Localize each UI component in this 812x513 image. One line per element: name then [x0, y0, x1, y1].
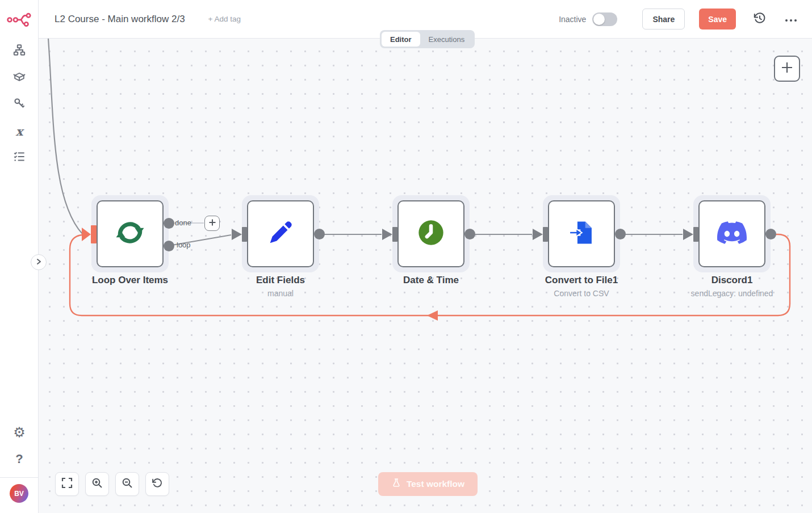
pencil-icon: [266, 218, 295, 249]
input-port[interactable]: [392, 227, 397, 242]
input-port[interactable]: [91, 225, 97, 243]
active-status-label: Inactive: [559, 15, 586, 24]
save-button[interactable]: Save: [699, 9, 736, 30]
ellipsis-icon: [785, 14, 797, 24]
key-icon: [13, 97, 26, 112]
input-port[interactable]: [693, 227, 698, 242]
zoom-out-icon: [122, 477, 133, 491]
output-label-done: done: [175, 218, 191, 227]
node-convert-to-file[interactable]: [543, 195, 620, 272]
canvas-zoom-controls: [55, 472, 169, 496]
workflow-history-button[interactable]: [752, 12, 767, 27]
tab-executions[interactable]: Executions: [420, 32, 474, 47]
zoom-to-fit-button[interactable]: [55, 472, 79, 496]
output-port-loop[interactable]: [164, 241, 174, 251]
output-port[interactable]: [615, 229, 626, 239]
loop-icon: [115, 218, 145, 250]
node-box: [698, 200, 765, 267]
tab-editor[interactable]: Editor: [382, 32, 420, 47]
test-workflow-label: Test workflow: [407, 479, 464, 489]
flask-icon: [391, 478, 401, 490]
more-options-button[interactable]: [784, 12, 798, 27]
sidebar-divider: [0, 477, 38, 478]
toggle-knob: [593, 14, 605, 25]
output-port[interactable]: [765, 229, 776, 239]
n8n-logo[interactable]: [6, 9, 32, 28]
test-workflow-button[interactable]: Test workflow: [378, 472, 478, 496]
zoom-in-icon: [91, 477, 103, 491]
clock-icon: [416, 218, 446, 250]
checklist-icon: [13, 150, 26, 165]
file-import-icon: [567, 218, 596, 249]
node-date-time[interactable]: [392, 195, 470, 272]
input-port[interactable]: [543, 227, 548, 242]
input-arrowhead: [533, 229, 543, 240]
workflows-sitemap-icon: [13, 44, 26, 58]
sidebar-item-variables[interactable]: x: [0, 121, 39, 141]
node-edit-fields[interactable]: [242, 195, 319, 272]
node-discord[interactable]: [693, 195, 771, 272]
share-button[interactable]: Share: [642, 9, 685, 30]
node-box: [397, 200, 464, 267]
node-label-edit-fields: Edit Fields manual: [212, 275, 349, 298]
input-arrowhead: [683, 229, 693, 240]
sidebar-item-executions[interactable]: [0, 148, 39, 168]
node-label-date-time: Date & Time: [363, 275, 499, 286]
plus-icon: [781, 61, 793, 76]
variables-x-icon: x: [16, 124, 23, 138]
add-tag-button[interactable]: + Add tag: [208, 15, 241, 23]
node-label-loop-over-items: Loop Over Items: [62, 275, 198, 286]
output-port[interactable]: [314, 229, 325, 239]
active-toggle[interactable]: [592, 12, 617, 26]
output-label-loop: loop: [177, 241, 191, 249]
sidebar-item-workflows[interactable]: [0, 41, 39, 61]
editor-executions-tabs: Editor Executions: [380, 30, 475, 48]
plus-icon: [208, 218, 216, 229]
zoom-in-button[interactable]: [85, 472, 109, 496]
input-port[interactable]: [242, 227, 247, 242]
node-box: [247, 200, 314, 267]
workflow-canvas[interactable]: Loop Over Items Edit Fields manual Date …: [39, 39, 812, 513]
node-label-discord: Discord1 sendLegacy: undefined: [664, 275, 800, 298]
chevron-right-icon: [36, 257, 41, 267]
sidebar-item-templates[interactable]: [0, 68, 39, 88]
expand-sidebar-button[interactable]: [31, 254, 47, 270]
fit-view-icon: [61, 477, 73, 491]
history-icon: [753, 11, 767, 27]
reset-zoom-button[interactable]: [145, 472, 169, 496]
sidebar-item-help[interactable]: ?: [0, 449, 39, 469]
connection-incoming-to-loop[interactable]: [48, 39, 82, 234]
help-icon: ?: [15, 452, 23, 466]
input-arrowhead: [232, 229, 242, 240]
loopback-arrowhead: [427, 310, 438, 321]
add-node-button[interactable]: [774, 56, 800, 82]
node-loop-over-items[interactable]: [91, 195, 169, 272]
user-avatar[interactable]: BV: [10, 484, 28, 503]
gear-icon: ⚙: [13, 426, 26, 439]
discord-icon: [717, 218, 747, 250]
workflow-title[interactable]: L2 Course - Main workflow 2/3: [55, 14, 185, 25]
node-box: [548, 200, 615, 267]
input-arrowhead: [82, 228, 91, 241]
sidebar-item-settings[interactable]: ⚙: [0, 422, 39, 443]
input-arrowhead: [382, 229, 392, 240]
templates-box-icon: [13, 70, 26, 85]
zoom-out-button[interactable]: [115, 472, 139, 496]
add-node-after-done-button[interactable]: [204, 216, 220, 231]
sidebar-item-credentials[interactable]: [0, 94, 39, 115]
reset-zoom-icon: [152, 477, 163, 491]
node-label-convert-to-file: Convert to File1 Convert to CSV: [513, 275, 650, 298]
node-box: [97, 200, 164, 267]
output-port-done[interactable]: [164, 218, 174, 229]
output-port[interactable]: [464, 229, 475, 239]
